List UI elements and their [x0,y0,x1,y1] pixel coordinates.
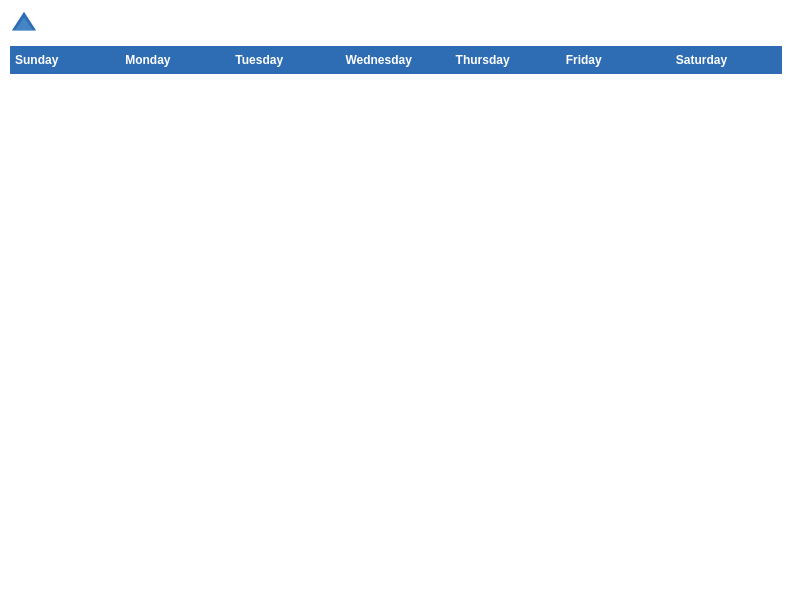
logo [10,10,42,38]
page-header [10,10,782,38]
col-header-friday: Friday [561,47,671,74]
calendar-table: SundayMondayTuesdayWednesdayThursdayFrid… [10,46,782,74]
col-header-monday: Monday [121,47,231,74]
col-header-wednesday: Wednesday [341,47,451,74]
calendar-header-row: SundayMondayTuesdayWednesdayThursdayFrid… [11,47,782,74]
logo-icon [10,10,38,38]
col-header-thursday: Thursday [451,47,561,74]
col-header-sunday: Sunday [11,47,121,74]
col-header-tuesday: Tuesday [231,47,341,74]
col-header-saturday: Saturday [671,47,781,74]
